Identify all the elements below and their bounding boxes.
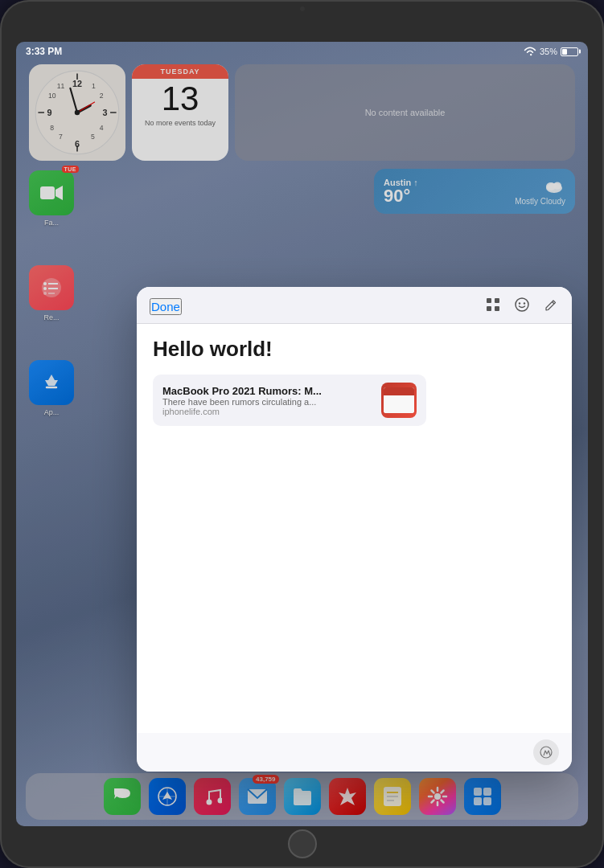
link-preview-content: MacBook Pro 2021 Rumors: M... There have… (162, 385, 373, 416)
sheet-footer (137, 733, 572, 772)
svg-point-38 (519, 302, 520, 304)
ipad-frame: 3:33 PM 35% (0, 0, 604, 868)
svg-rect-35 (487, 306, 491, 311)
svg-rect-34 (495, 298, 499, 303)
status-time: 3:33 PM (26, 46, 62, 57)
wifi-icon (524, 47, 536, 56)
edit-icon[interactable] (543, 297, 559, 317)
format-icon (540, 746, 553, 759)
done-button[interactable]: Done (150, 298, 182, 315)
sheet-toolbar: Done (137, 287, 572, 324)
svg-rect-36 (495, 306, 499, 311)
camera-dot (300, 6, 305, 11)
link-preview-description: There have been rumors circulating a... (162, 397, 373, 407)
battery-percent: 35% (540, 47, 557, 56)
svg-point-39 (524, 302, 525, 304)
note-sheet: Done (137, 287, 572, 772)
svg-point-37 (516, 298, 528, 311)
home-button[interactable] (288, 829, 317, 858)
ipad-screen: 3:33 PM 35% (16, 42, 588, 826)
link-preview-card[interactable]: MacBook Pro 2021 Rumors: M... There have… (153, 375, 426, 426)
svg-rect-33 (487, 298, 491, 303)
smiley-icon[interactable] (514, 297, 530, 317)
status-bar: 3:33 PM 35% (16, 42, 588, 61)
link-preview-domain: iphonelife.com (162, 407, 373, 416)
link-preview-thumbnail (381, 383, 417, 418)
toolbar-icons (485, 297, 559, 317)
note-title: Hello world! (153, 337, 556, 362)
svg-line-40 (553, 302, 555, 305)
status-icons: 35% (524, 47, 578, 56)
link-preview-title: MacBook Pro 2021 Rumors: M... (162, 385, 373, 397)
battery-icon (561, 47, 578, 56)
format-button[interactable] (533, 739, 559, 765)
grid-icon[interactable] (485, 297, 501, 317)
sheet-content: Hello world! MacBook Pro 2021 Rumors: M.… (137, 324, 572, 733)
